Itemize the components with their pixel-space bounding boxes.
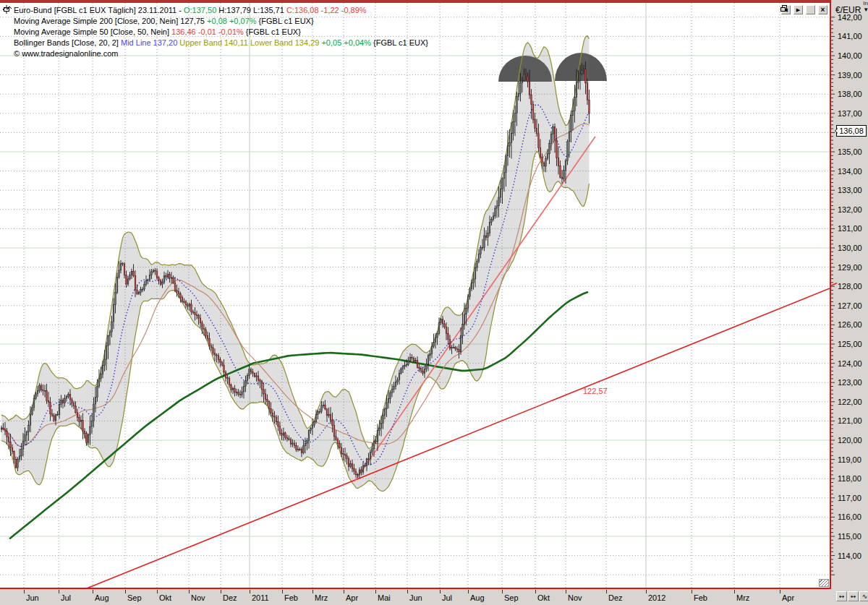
candle-up [430, 354, 431, 356]
candle-up [550, 134, 552, 144]
time-axis-tick [407, 590, 408, 593]
candle-up [108, 336, 109, 346]
candle-up [127, 279, 129, 284]
candle-down [279, 426, 281, 434]
candle-down [265, 394, 266, 400]
time-axis-tick [535, 590, 536, 593]
candle-down [239, 394, 241, 395]
candle-up [243, 387, 244, 392]
candle-down [268, 402, 270, 409]
candle-down [213, 348, 214, 353]
legend-row-3[interactable]: Moving Average Simple 50 [Close, 50, Nei… [3, 27, 428, 38]
time-axis-month-label: Mai [378, 593, 391, 602]
candle-up [30, 414, 31, 426]
candle-down [205, 330, 207, 336]
candle-down [301, 450, 302, 453]
candle-down [86, 434, 88, 443]
time-axis-year-label: 2012 [648, 593, 665, 602]
zoom-horizontal-button[interactable]: ↔ [836, 591, 847, 601]
candle-up [184, 301, 185, 302]
time-axis-tick [344, 590, 344, 593]
candle-down [554, 127, 556, 141]
candle-up [120, 263, 122, 270]
time-axis-tick [157, 590, 158, 593]
time-axis-month-label: Aug [470, 593, 485, 602]
legend-text: O:137,50 [184, 6, 218, 14]
candle-down [536, 128, 537, 133]
price-axis-label: 116,00 [838, 512, 861, 521]
time-axis-tick [692, 590, 692, 593]
legend-text: +0,08 +0,07% [207, 17, 259, 25]
scroll-right-button[interactable]: ▶ [793, 5, 803, 14]
chart-plot-area[interactable]: 122,57 Euro-Bund [FGBL c1 EUX Täglich] 2… [0, 3, 830, 588]
candle-down [73, 403, 75, 406]
trendline-value-label: 122,57 [583, 387, 608, 395]
candle-up [441, 319, 442, 323]
candle-up [323, 405, 324, 406]
legend-text: {FGBL c1 EUX} [246, 27, 301, 36]
legend-row-1[interactable]: Euro-Bund [FGBL c1 EUX Täglich] 23.11.20… [3, 5, 428, 16]
candle-down [203, 329, 205, 330]
time-axis-month-label: Jun [409, 593, 422, 602]
price-axis[interactable]: €/EUR▼ In 142,00141,00140,00139,00138,00… [831, 0, 868, 589]
candle-up [491, 219, 493, 222]
candle-down [330, 414, 331, 420]
candle-up [401, 369, 402, 373]
candle-up [88, 435, 89, 443]
candle-down [267, 400, 268, 402]
close-chart-button[interactable]: × [818, 5, 827, 14]
candle-up [312, 425, 313, 428]
last-price-tag: 136,08 [836, 125, 867, 137]
price-axis-label: 141,00 [838, 32, 862, 40]
candle-up [409, 357, 411, 361]
candle-up [93, 404, 95, 421]
time-axis-month-label: Sep [127, 593, 142, 602]
candle-down [326, 409, 328, 416]
candle-down [8, 437, 9, 442]
plot-resize-handle[interactable] [819, 579, 829, 587]
price-axis-label: 142,00 [838, 13, 862, 22]
candle-down [286, 437, 288, 439]
candle-down [543, 163, 545, 166]
time-axis-month-label: Mrz [736, 593, 749, 602]
candle-down [51, 413, 53, 416]
time-axis-tick [566, 590, 566, 593]
time-axis-year-label: 2011 [252, 593, 269, 602]
time-axis-tick [606, 590, 607, 593]
candle-down [354, 468, 355, 471]
candle-up [380, 423, 382, 428]
candle-down [182, 298, 183, 302]
restore-window-button[interactable] [806, 5, 815, 14]
candle-down [449, 340, 451, 348]
candle-down [82, 421, 84, 432]
candle-down [274, 416, 276, 417]
candle-down [587, 83, 588, 100]
candle-down [166, 276, 167, 278]
legend-row-4[interactable]: Bollinger Bands [Close, 20, 2] Mid Line … [3, 38, 428, 48]
legend-row-2[interactable]: Moving Average Simple 200 [Close, 200, N… [3, 16, 428, 27]
candle-down [260, 380, 261, 382]
time-axis-month-label: Nov [191, 593, 205, 602]
time-axis-tick [250, 590, 250, 593]
candle-up [514, 113, 516, 121]
line-scale-button[interactable]: ∿ [859, 591, 868, 601]
candle-up [102, 365, 103, 374]
chart-plot-svg[interactable]: 122,57 [0, 3, 830, 588]
time-axis-tick [375, 590, 376, 593]
time-axis[interactable]: JunJulAugSepOktNovDez2011FebMrzAprMaiJun… [0, 589, 831, 605]
candle-up [101, 374, 102, 379]
legend-text: © www.tradesignalonline.com [14, 49, 118, 58]
candle-up [111, 322, 113, 332]
candle-up [406, 365, 407, 366]
restore-icon [780, 5, 787, 12]
stretch-horizontal-button[interactable]: ↔ [848, 591, 859, 601]
candle-up [119, 270, 120, 278]
candle-up [496, 206, 498, 208]
time-axis-month-label: Apr [782, 593, 794, 602]
time-axis-month-label: Jun [26, 593, 39, 602]
candle-up [404, 366, 406, 366]
legend-text: Mid Line 137,20 [121, 38, 179, 47]
candle-up [383, 415, 384, 423]
time-axis-month-label: Apr [346, 593, 358, 602]
time-axis-tick [440, 590, 441, 593]
